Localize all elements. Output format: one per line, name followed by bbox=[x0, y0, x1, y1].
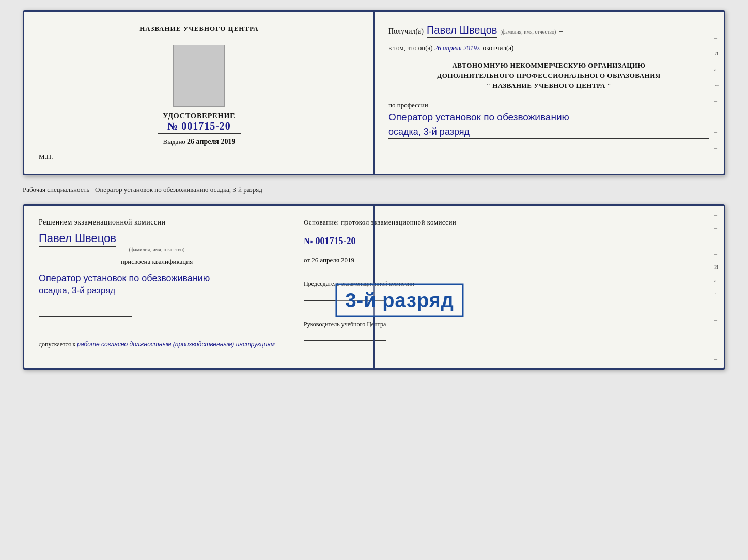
mark4: а bbox=[714, 67, 720, 72]
page-container: НАЗВАНИЕ УЧЕБНОГО ЦЕНТРА УДОСТОВЕРЕНИЕ №… bbox=[10, 10, 738, 370]
doc1-right-panel: Получил(а) Павел Швецов (фамилия, имя, о… bbox=[374, 12, 724, 174]
completed-suffix: окончил(а) bbox=[482, 44, 513, 52]
issued-label: Выдано bbox=[163, 138, 185, 146]
basis-date: от 26 апреля 2019 bbox=[304, 256, 456, 264]
recipient-name: Павел Швецов bbox=[427, 24, 497, 38]
profession-label: по профессии Оператор установок по обезв… bbox=[388, 101, 709, 139]
mark5: ← bbox=[714, 82, 720, 88]
completed-date: 26 апреля 2019г. bbox=[434, 44, 481, 52]
side-marks-2: – – – – И а ← – – – – – bbox=[714, 211, 720, 363]
allowed-value: работе согласно должностным (производств… bbox=[77, 341, 275, 348]
org-line1: АВТОНОМНУЮ НЕКОММЕРЧЕСКУЮ ОРГАНИЗАЦИЮ bbox=[388, 60, 709, 71]
cert-label: УДОСТОВЕРЕНИЕ bbox=[163, 112, 235, 120]
mark3: И bbox=[714, 51, 720, 56]
qual-block: Оператор установок по обезвоживанию осад… bbox=[39, 271, 275, 297]
mark1: – bbox=[714, 20, 720, 25]
document-card-2: Решением экзаменационной комиссии Павел … bbox=[23, 204, 725, 370]
org-line2: ДОПОЛНИТЕЛЬНОГО ПРОФЕССИОНАЛЬНОГО ОБРАЗО… bbox=[388, 71, 709, 81]
basis-date-prefix: от bbox=[304, 256, 310, 264]
org-block: АВТОНОМНУЮ НЕКОММЕРЧЕСКУЮ ОРГАНИЗАЦИЮ ДО… bbox=[388, 60, 709, 91]
issued-date: 26 апреля 2019 bbox=[187, 138, 235, 146]
qualification-value: осадка, 3-й разряд bbox=[388, 126, 709, 139]
issued-line: Выдано 26 апреля 2019 bbox=[158, 138, 241, 146]
org-line3: " НАЗВАНИЕ УЧЕБНОГО ЦЕНТРА " bbox=[388, 81, 709, 91]
person-block: Павел Швецов (фамилия, имя, отчество) bbox=[39, 232, 275, 252]
signature-lines bbox=[39, 307, 275, 330]
director-label: Руководитель учебного Центра bbox=[304, 321, 456, 328]
mark10: – bbox=[714, 161, 720, 166]
mp-label: М.П. bbox=[39, 153, 53, 161]
stamp-text: 3-й разряд bbox=[345, 290, 454, 311]
director-sig-line bbox=[304, 330, 386, 341]
person-hint: (фамилия, имя, отчество) bbox=[39, 247, 275, 252]
cert-block: УДОСТОВЕРЕНИЕ № 001715-20 bbox=[163, 40, 235, 132]
profession-value: Оператор установок по обезвоживанию bbox=[388, 111, 709, 124]
completed-line: в том, что он(а) 26 апреля 2019г. окончи… bbox=[388, 44, 709, 52]
completed-prefix: в том, что он(а) bbox=[388, 44, 433, 52]
person-name: Павел Швецов bbox=[39, 232, 116, 247]
photo-placeholder bbox=[173, 45, 225, 107]
decision-title: Решением экзаменационной комиссии bbox=[39, 218, 275, 227]
mark7: – bbox=[714, 114, 720, 119]
received-line: Получил(а) Павел Швецов (фамилия, имя, о… bbox=[388, 24, 709, 38]
mark9: – bbox=[714, 145, 720, 151]
fio-hint-1: (фамилия, имя, отчество) bbox=[500, 29, 556, 35]
basis-number: № 001715-20 bbox=[304, 236, 456, 247]
sig-line-2 bbox=[39, 320, 132, 330]
mark8: – bbox=[714, 129, 720, 135]
sig-line-1 bbox=[39, 307, 132, 317]
qual-rank: осадка, 3-й разряд bbox=[39, 285, 115, 297]
separator-text: Рабочая специальность - Оператор установ… bbox=[23, 185, 725, 195]
basis-title: Основание: протокол экзаменационной коми… bbox=[304, 218, 456, 227]
received-prefix: Получил(а) bbox=[388, 27, 424, 36]
dash: – bbox=[559, 27, 563, 36]
doc2-left-panel: Решением экзаменационной комиссии Павел … bbox=[24, 206, 289, 368]
mark2: – bbox=[714, 35, 720, 41]
basis-date-value: 26 апреля 2019 bbox=[311, 256, 354, 264]
qual-prof: Оператор установок по обезвоживанию bbox=[39, 273, 210, 285]
cert-number: № 001715-20 bbox=[163, 120, 235, 132]
mark6: – bbox=[714, 98, 720, 104]
allowed-text: допускается к работе согласно должностны… bbox=[39, 341, 275, 348]
assigned-label: присвоена квалификация bbox=[39, 258, 275, 266]
document-card-1: НАЗВАНИЕ УЧЕБНОГО ЦЕНТРА УДОСТОВЕРЕНИЕ №… bbox=[23, 10, 725, 175]
training-center-title-left: НАЗВАНИЕ УЧЕБНОГО ЦЕНТРА bbox=[139, 25, 259, 33]
side-marks: – – И а ← – – – – – bbox=[714, 17, 720, 169]
allowed-prefix: допускается к bbox=[39, 341, 75, 348]
doc1-left-panel: НАЗВАНИЕ УЧЕБНОГО ЦЕНТРА УДОСТОВЕРЕНИЕ №… bbox=[24, 12, 374, 174]
stamp: 3-й разряд bbox=[335, 284, 463, 317]
